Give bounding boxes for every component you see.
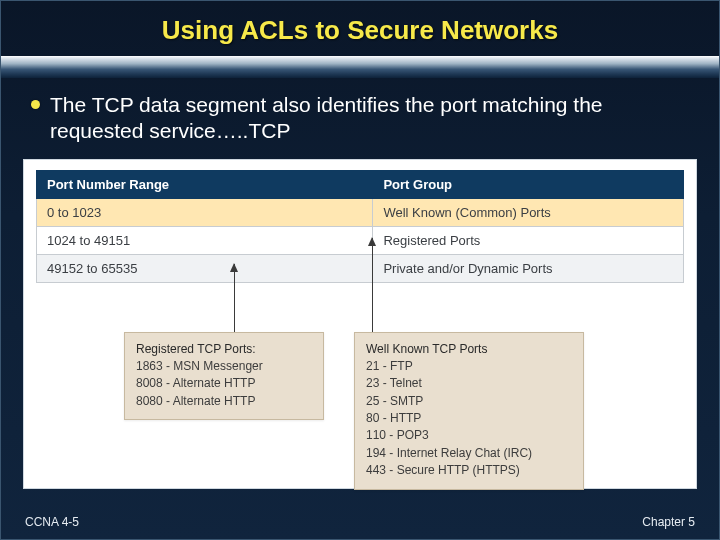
- cell-range: 1024 to 49151: [37, 226, 373, 254]
- cell-group: Registered Ports: [373, 226, 684, 254]
- callout-line: 25 - SMTP: [366, 393, 572, 410]
- callout-line: 110 - POP3: [366, 427, 572, 444]
- cell-group: Well Known (Common) Ports: [373, 198, 684, 226]
- figure-panel: Port Number Range Port Group 0 to 1023 W…: [23, 159, 697, 489]
- footer-left: CCNA 4-5: [25, 515, 79, 529]
- callout-line: 8080 - Alternate HTTP: [136, 393, 312, 410]
- ports-table: Port Number Range Port Group 0 to 1023 W…: [36, 170, 684, 283]
- cell-range: 0 to 1023: [37, 198, 373, 226]
- arrow-icon: [372, 238, 373, 332]
- callout-line: 80 - HTTP: [366, 410, 572, 427]
- col-header-group: Port Group: [373, 170, 684, 198]
- callout-line: 194 - Internet Relay Chat (IRC): [366, 445, 572, 462]
- callout-line: 21 - FTP: [366, 358, 572, 375]
- callout-line: 1863 - MSN Messenger: [136, 358, 312, 375]
- table-header-row: Port Number Range Port Group: [37, 170, 684, 198]
- page-title: Using ACLs to Secure Networks: [1, 1, 719, 56]
- table-row: 0 to 1023 Well Known (Common) Ports: [37, 198, 684, 226]
- cell-group: Private and/or Dynamic Ports: [373, 254, 684, 282]
- title-divider: [1, 56, 719, 78]
- callout-line: 8008 - Alternate HTTP: [136, 375, 312, 392]
- callout-title: Well Known TCP Ports: [366, 341, 572, 358]
- col-header-range: Port Number Range: [37, 170, 373, 198]
- callout-title: Registered TCP Ports:: [136, 341, 312, 358]
- callout-line: 23 - Telnet: [366, 375, 572, 392]
- callout-wellknown-ports: Well Known TCP Ports 21 - FTP 23 - Telne…: [354, 332, 584, 490]
- footer: CCNA 4-5 Chapter 5: [1, 515, 719, 529]
- footer-right: Chapter 5: [642, 515, 695, 529]
- bullet-icon: [31, 100, 40, 109]
- arrow-icon: [234, 264, 235, 332]
- bullet-text: The TCP data segment also identifies the…: [50, 92, 685, 145]
- table-row: 1024 to 49151 Registered Ports: [37, 226, 684, 254]
- table-row: 49152 to 65535 Private and/or Dynamic Po…: [37, 254, 684, 282]
- bullet-item: The TCP data segment also identifies the…: [31, 92, 685, 145]
- cell-range: 49152 to 65535: [37, 254, 373, 282]
- callout-registered-ports: Registered TCP Ports: 1863 - MSN Messeng…: [124, 332, 324, 421]
- callout-line: 443 - Secure HTTP (HTTPS): [366, 462, 572, 479]
- bullet-list: The TCP data segment also identifies the…: [1, 92, 719, 153]
- slide: Using ACLs to Secure Networks The TCP da…: [0, 0, 720, 540]
